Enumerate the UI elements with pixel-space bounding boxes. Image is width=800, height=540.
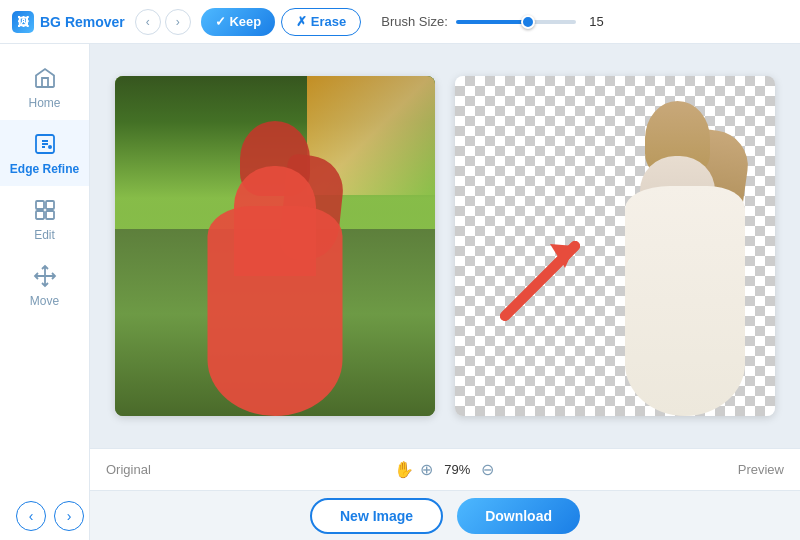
forward-button[interactable]: › <box>165 9 191 35</box>
red-arrow <box>485 196 625 336</box>
brush-size-slider[interactable] <box>456 20 576 24</box>
sidebar-edge-refine-label: Edge Refine <box>10 162 79 176</box>
header: 🖼 BG Remover ‹ › ✓ Keep ✗ Erase Brush Si… <box>0 0 800 44</box>
footer-bar: ‹ › New Image Download <box>90 490 800 540</box>
zoom-controls: ✋ ⊕ 79% ⊖ <box>394 460 494 479</box>
red-figure <box>195 136 355 416</box>
tool-buttons: ✓ Keep ✗ Erase <box>201 8 361 36</box>
sidebar: Home Edge Refine Edit <box>0 44 90 540</box>
move-icon <box>31 262 59 290</box>
preview-label: Preview <box>738 462 784 477</box>
preview-content <box>455 76 775 416</box>
nav-buttons: ‹ › <box>135 9 191 35</box>
sidebar-item-edge-refine[interactable]: Edge Refine <box>0 120 89 186</box>
content-area: Original ✋ ⊕ 79% ⊖ Preview ‹ › New Image… <box>90 44 800 540</box>
brush-size-value: 15 <box>584 14 604 29</box>
sidebar-home-label: Home <box>28 96 60 110</box>
original-content <box>115 76 435 416</box>
edge-refine-icon <box>31 130 59 158</box>
footer-back-button[interactable]: ‹ <box>16 501 46 531</box>
svg-rect-2 <box>36 201 44 209</box>
keep-button[interactable]: ✓ Keep <box>201 8 275 36</box>
original-image-panel[interactable] <box>115 76 435 416</box>
main-layout: Home Edge Refine Edit <box>0 44 800 540</box>
zoom-in-icon[interactable]: ⊕ <box>420 460 433 479</box>
svg-point-1 <box>48 145 52 149</box>
images-container <box>90 44 800 448</box>
svg-line-8 <box>505 246 575 316</box>
hand-icon[interactable]: ✋ <box>394 460 414 479</box>
home-icon <box>31 64 59 92</box>
app-logo: 🖼 BG Remover <box>12 11 125 33</box>
svg-rect-5 <box>46 211 54 219</box>
zoom-value: 79% <box>439 462 475 477</box>
svg-rect-4 <box>36 211 44 219</box>
sidebar-edit-label: Edit <box>34 228 55 242</box>
sidebar-item-move[interactable]: Move <box>0 252 89 318</box>
brush-size-area: Brush Size: 15 <box>381 14 603 29</box>
new-image-button[interactable]: New Image <box>310 498 443 534</box>
sidebar-move-label: Move <box>30 294 59 308</box>
brush-size-label: Brush Size: <box>381 14 447 29</box>
edit-icon <box>31 196 59 224</box>
app-title: BG Remover <box>40 14 125 30</box>
figure-dress <box>208 206 343 416</box>
preview-image-panel[interactable] <box>455 76 775 416</box>
back-button[interactable]: ‹ <box>135 9 161 35</box>
sidebar-item-home[interactable]: Home <box>0 54 89 120</box>
preview-dress <box>625 186 745 416</box>
zoom-out-icon[interactable]: ⊖ <box>481 460 494 479</box>
download-button[interactable]: Download <box>457 498 580 534</box>
footer-forward-button[interactable]: › <box>54 501 84 531</box>
bottom-bar: Original ✋ ⊕ 79% ⊖ Preview <box>90 448 800 490</box>
erase-button[interactable]: ✗ Erase <box>281 8 361 36</box>
app-logo-icon: 🖼 <box>12 11 34 33</box>
sidebar-item-edit[interactable]: Edit <box>0 186 89 252</box>
original-label: Original <box>106 462 151 477</box>
brush-thumb <box>521 15 535 29</box>
footer-nav-arrows: ‹ › <box>16 501 84 531</box>
svg-rect-3 <box>46 201 54 209</box>
